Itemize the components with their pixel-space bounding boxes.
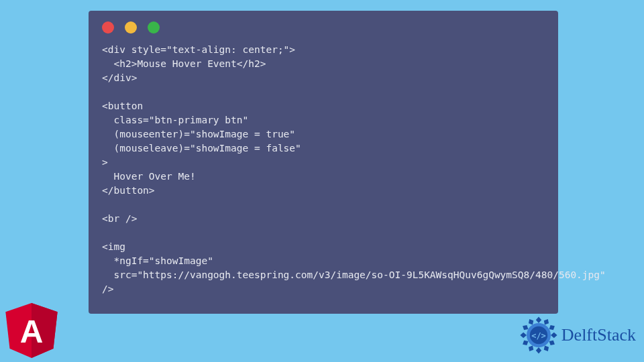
maximize-icon — [148, 21, 160, 34]
close-icon — [102, 21, 114, 34]
minimize-icon — [125, 21, 137, 34]
svg-marker-11 — [520, 333, 527, 338]
svg-text:</>: </> — [531, 331, 546, 341]
angular-letter: A — [20, 314, 44, 349]
svg-marker-5 — [551, 333, 557, 338]
angular-logo-icon: A — [5, 303, 58, 358]
delftstack-label: DelftStack — [561, 325, 636, 345]
code-window: <div style="text-align: center;"> <h2>Mo… — [89, 11, 558, 314]
code-snippet: <div style="text-align: center;"> <h2>Mo… — [89, 39, 558, 306]
svg-marker-2 — [536, 316, 541, 323]
window-controls — [89, 11, 558, 39]
svg-marker-8 — [536, 347, 541, 354]
delftstack-badge-icon: </> — [519, 315, 559, 355]
delftstack-branding: </> DelftStack — [519, 315, 636, 355]
